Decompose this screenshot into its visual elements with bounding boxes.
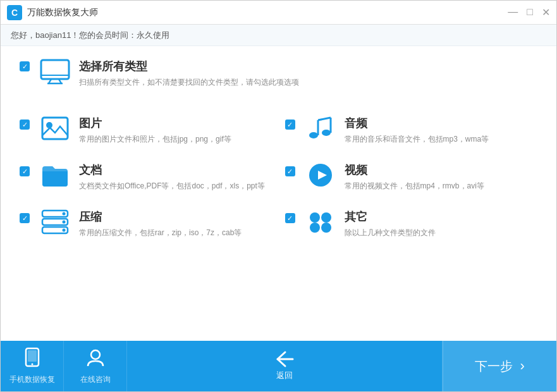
svg-point-7 xyxy=(309,132,318,138)
document-text: 文档 文档类文件如Office,PDF等，包括doc，pdf，xls，ppt等 xyxy=(79,162,265,192)
option-compress: 压缩 常用的压缩文件，包括rar，zip，iso，7z，cab等 xyxy=(20,200,272,247)
image-description: 常用的图片文件和照片，包括jpg，png，gif等 xyxy=(79,133,231,145)
svg-point-19 xyxy=(63,229,66,232)
select-all-checkbox[interactable] xyxy=(20,61,30,71)
footer: 手机数据恢复 在线咨询 返回 xyxy=(1,341,556,391)
video-icon xyxy=(308,162,333,188)
option-other: 其它 除以上几种文件类型的文件 xyxy=(285,200,538,247)
video-label: 视频 xyxy=(345,162,484,178)
svg-point-17 xyxy=(63,212,66,216)
monitor-icon xyxy=(40,59,70,84)
audio-text: 音频 常用的音乐和语音文件，包括mp3，wma等 xyxy=(345,116,489,145)
option-video: 视频 常用的视频文件，包括mp4，rmvb，avi等 xyxy=(285,154,538,200)
image-icon xyxy=(41,116,69,140)
online-consult-icon xyxy=(85,347,106,372)
svg-point-23 xyxy=(321,223,331,233)
compress-icon-wrap xyxy=(40,209,70,235)
svg-rect-25 xyxy=(28,350,37,362)
document-checkbox-wrap xyxy=(20,166,30,176)
next-arrow-icon: › xyxy=(520,358,525,374)
select-all-label: 选择所有类型 xyxy=(79,59,299,74)
select-all-description: 扫描所有类型文件，如不清楚要找回的文件类型，请勾选此项选项 xyxy=(79,77,299,88)
svg-point-21 xyxy=(321,212,331,223)
minimize-button[interactable]: — xyxy=(508,6,518,18)
back-label: 返回 xyxy=(276,370,293,381)
select-all-text: 选择所有类型 扫描所有类型文件，如不清楚要找回的文件类型，请勾选此项选项 xyxy=(79,59,299,88)
other-description: 除以上几种文件类型的文件 xyxy=(345,227,436,238)
back-arrow-icon xyxy=(275,351,294,367)
compress-checkbox[interactable] xyxy=(20,213,30,223)
image-icon-wrap xyxy=(40,116,70,141)
audio-label: 音频 xyxy=(345,116,489,131)
video-description: 常用的视频文件，包括mp4，rmvb，avi等 xyxy=(345,180,484,192)
logo-letter: C xyxy=(11,8,18,18)
app-title: 万能数据恢复大师 xyxy=(27,7,508,18)
svg-point-8 xyxy=(322,130,331,136)
audio-checkbox[interactable] xyxy=(285,119,295,130)
monitor-icon-wrap xyxy=(40,59,70,84)
video-checkbox-wrap xyxy=(285,166,295,176)
document-icon-wrap xyxy=(40,162,70,188)
app-logo: C xyxy=(7,5,22,20)
next-label: 下一步 › xyxy=(475,358,525,375)
svg-point-27 xyxy=(91,350,100,359)
compress-description: 常用的压缩文件，包括rar，zip，iso，7z，cab等 xyxy=(79,227,242,238)
back-button[interactable]: 返回 xyxy=(127,341,443,391)
document-description: 文档类文件如Office,PDF等，包括doc，pdf，xls，ppt等 xyxy=(79,180,265,192)
select-all-checkbox-wrap xyxy=(20,61,30,71)
document-icon xyxy=(41,162,69,188)
online-consult-button[interactable]: 在线咨询 xyxy=(64,341,127,391)
option-audio: 音频 常用的音乐和语音文件，包括mp3，wma等 xyxy=(285,107,538,154)
video-text: 视频 常用的视频文件，包括mp4，rmvb，avi等 xyxy=(345,162,484,192)
other-text: 其它 除以上几种文件类型的文件 xyxy=(345,209,436,238)
image-text: 图片 常用的图片文件和照片，包括jpg，png，gif等 xyxy=(79,116,231,145)
option-document: 文档 文档类文件如Office,PDF等，包括doc，pdf，xls，ppt等 xyxy=(20,154,272,200)
svg-point-18 xyxy=(63,221,66,224)
svg-rect-5 xyxy=(42,118,68,139)
next-button[interactable]: 下一步 › xyxy=(443,341,556,391)
select-all-row: 选择所有类型 扫描所有类型文件，如不清楚要找回的文件类型，请勾选此项选项 xyxy=(20,59,537,88)
main-window: C 万能数据恢复大师 — □ ✕ 您好，baojian11！您的会员时间：永久使… xyxy=(0,0,557,392)
main-content: 选择所有类型 扫描所有类型文件，如不清楚要找回的文件类型，请勾选此项选项 xyxy=(1,46,556,341)
other-label: 其它 xyxy=(345,209,436,224)
next-text-label: 下一步 xyxy=(475,359,513,373)
window-controls: — □ ✕ xyxy=(508,6,550,18)
phone-recovery-icon xyxy=(22,347,42,372)
audio-icon-wrap xyxy=(305,116,336,141)
userbar: 您好，baojian11！您的会员时间：永久使用 xyxy=(1,25,556,46)
online-consult-label: 在线咨询 xyxy=(80,374,111,385)
maximize-button[interactable]: □ xyxy=(527,6,533,18)
other-icon-wrap xyxy=(305,209,336,235)
svg-point-20 xyxy=(310,212,320,223)
phone-recovery-button[interactable]: 手机数据恢复 xyxy=(1,341,64,391)
document-checkbox[interactable] xyxy=(20,166,30,176)
svg-line-11 xyxy=(318,118,331,120)
audio-checkbox-wrap xyxy=(285,119,295,130)
svg-point-26 xyxy=(31,364,33,365)
back-btn-content: 返回 xyxy=(275,351,294,381)
document-label: 文档 xyxy=(79,162,265,178)
titlebar: C 万能数据恢复大师 — □ ✕ xyxy=(1,1,556,25)
options-grid: 图片 常用的图片文件和照片，包括jpg，png，gif等 xyxy=(20,107,537,247)
other-icon xyxy=(307,210,334,234)
option-image: 图片 常用的图片文件和照片，包括jpg，png，gif等 xyxy=(20,107,272,154)
audio-description: 常用的音乐和语音文件，包括mp3，wma等 xyxy=(345,133,489,145)
close-button[interactable]: ✕ xyxy=(542,6,550,18)
image-label: 图片 xyxy=(79,116,231,131)
other-checkbox-wrap xyxy=(285,213,295,223)
user-greeting: 您好，baojian11！您的会员时间：永久使用 xyxy=(11,30,169,41)
image-checkbox-wrap xyxy=(20,119,30,130)
video-icon-wrap xyxy=(305,162,336,188)
compress-icon xyxy=(41,209,69,235)
compress-label: 压缩 xyxy=(79,209,242,224)
svg-rect-0 xyxy=(41,60,69,79)
compress-text: 压缩 常用的压缩文件，包括rar，zip，iso，7z，cab等 xyxy=(79,209,242,238)
audio-icon xyxy=(307,116,334,140)
compress-checkbox-wrap xyxy=(20,213,30,223)
phone-recovery-label: 手机数据恢复 xyxy=(9,374,55,385)
svg-point-22 xyxy=(310,223,320,233)
image-checkbox[interactable] xyxy=(20,119,30,130)
other-checkbox[interactable] xyxy=(285,213,295,223)
video-checkbox[interactable] xyxy=(285,166,295,176)
